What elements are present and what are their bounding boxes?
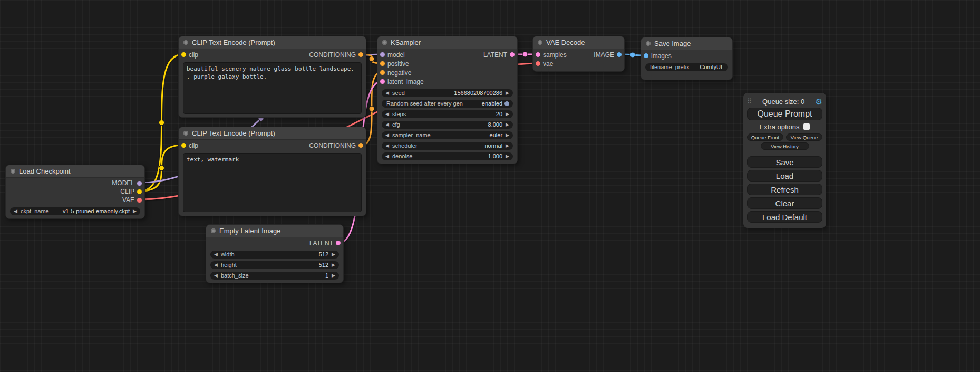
node-title: Save Image bbox=[654, 40, 691, 47]
widget-height[interactable]: ◀ height 512 ▶ bbox=[210, 261, 339, 269]
arrow-left-icon[interactable]: ◀ bbox=[214, 252, 218, 257]
output-port-conditioning[interactable] bbox=[358, 143, 363, 148]
view-history-button[interactable]: View History bbox=[761, 142, 809, 150]
arrow-left-icon[interactable]: ◀ bbox=[14, 209, 17, 214]
settings-gear-icon[interactable]: ⚙ bbox=[816, 98, 822, 106]
widget-scheduler[interactable]: ◀ scheduler normal ▶ bbox=[382, 142, 513, 150]
widget-batch-size[interactable]: ◀ batch_size 1 ▶ bbox=[210, 272, 339, 280]
node-header[interactable]: CLIP Text Encode (Prompt) bbox=[179, 36, 366, 49]
arrow-left-icon[interactable]: ◀ bbox=[385, 122, 389, 127]
node-clip-text-encode-positive[interactable]: CLIP Text Encode (Prompt) clip CONDITION… bbox=[178, 36, 366, 118]
widget-label: steps bbox=[392, 110, 406, 118]
arrow-left-icon[interactable]: ◀ bbox=[385, 144, 389, 148]
widget-label: height bbox=[221, 261, 237, 269]
arrow-left-icon[interactable]: ◀ bbox=[385, 154, 389, 159]
node-header[interactable]: Empty Latent Image bbox=[206, 225, 343, 237]
prompt-textarea[interactable]: text, watermark bbox=[183, 153, 362, 212]
arrow-right-icon[interactable]: ▶ bbox=[506, 133, 509, 138]
output-port-vae[interactable] bbox=[137, 198, 142, 203]
widget-value: v1-5-pruned-emaonly.ckpt bbox=[63, 207, 130, 215]
clear-button[interactable]: Clear bbox=[747, 197, 822, 209]
input-port-clip[interactable] bbox=[181, 52, 186, 57]
node-empty-latent-image[interactable]: Empty Latent Image LATENT ◀ width 512 ▶ … bbox=[206, 224, 344, 283]
arrow-right-icon[interactable]: ▶ bbox=[506, 144, 509, 148]
collapse-dot-icon[interactable] bbox=[183, 40, 188, 45]
node-header[interactable]: CLIP Text Encode (Prompt) bbox=[179, 127, 366, 140]
input-port-model[interactable] bbox=[380, 52, 385, 57]
extra-options-checkbox[interactable] bbox=[803, 123, 810, 130]
node-header[interactable]: KSampler bbox=[377, 36, 517, 49]
widget-value: 156680208700286 bbox=[454, 89, 502, 97]
arrow-right-icon[interactable]: ▶ bbox=[133, 209, 137, 214]
output-port-model[interactable] bbox=[137, 181, 142, 186]
widget-label: ckpt_name bbox=[21, 207, 49, 215]
widget-label: seed bbox=[392, 89, 405, 97]
collapse-dot-icon[interactable] bbox=[11, 169, 15, 174]
output-port-latent[interactable] bbox=[510, 52, 515, 57]
collapse-dot-icon[interactable] bbox=[538, 40, 542, 45]
output-port-conditioning[interactable] bbox=[358, 52, 363, 57]
input-port-samples[interactable] bbox=[536, 52, 540, 57]
widget-filename-prefix[interactable]: filename_prefix ComfyUI bbox=[645, 63, 728, 71]
collapse-dot-icon[interactable] bbox=[183, 131, 188, 136]
node-title: CLIP Text Encode (Prompt) bbox=[192, 129, 275, 137]
queue-buttons-row: Queue Front View Queue bbox=[747, 133, 822, 141]
input-port-images[interactable] bbox=[644, 53, 648, 58]
collapse-dot-icon[interactable] bbox=[211, 228, 216, 233]
widget-denoise[interactable]: ◀ denoise 1.000 ▶ bbox=[382, 152, 513, 160]
output-port-latent[interactable] bbox=[336, 241, 341, 245]
arrow-left-icon[interactable]: ◀ bbox=[385, 91, 389, 96]
arrow-right-icon[interactable]: ▶ bbox=[506, 154, 509, 159]
node-save-image[interactable]: Save Image images filename_prefix ComfyU… bbox=[641, 37, 733, 80]
input-port-clip[interactable] bbox=[181, 143, 186, 148]
node-vae-decode[interactable]: VAE Decode samples IMAGE vae bbox=[532, 36, 625, 72]
drag-handle-icon[interactable]: ⠿ bbox=[747, 98, 752, 105]
collapse-dot-icon[interactable] bbox=[382, 40, 387, 45]
arrow-left-icon[interactable]: ◀ bbox=[385, 133, 389, 138]
output-port-image[interactable] bbox=[617, 52, 622, 57]
arrow-right-icon[interactable]: ▶ bbox=[332, 252, 335, 257]
widget-seed[interactable]: ◀ seed 156680208700286 ▶ bbox=[382, 89, 513, 97]
load-default-button[interactable]: Load Default bbox=[747, 211, 822, 223]
queue-prompt-button[interactable]: Queue Prompt bbox=[747, 108, 822, 120]
load-button[interactable]: Load bbox=[747, 170, 822, 182]
widget-ckpt-name[interactable]: ◀ ckpt_name v1-5-pruned-emaonly.ckpt ▶ bbox=[10, 207, 140, 215]
input-port-latent-image[interactable] bbox=[380, 79, 385, 84]
input-port-negative[interactable] bbox=[380, 70, 385, 75]
save-button[interactable]: Save bbox=[747, 156, 822, 168]
collapse-dot-icon[interactable] bbox=[646, 41, 651, 46]
node-header[interactable]: Save Image bbox=[641, 37, 732, 50]
output-port-clip[interactable] bbox=[137, 189, 142, 194]
node-ksampler[interactable]: KSampler model LATENT positive bbox=[377, 36, 518, 164]
input-port-vae[interactable] bbox=[536, 61, 540, 66]
graph-canvas[interactable]: Load Checkpoint MODEL CLIP VAE bbox=[0, 0, 980, 372]
node-title: Empty Latent Image bbox=[219, 227, 280, 235]
node-title: CLIP Text Encode (Prompt) bbox=[192, 39, 275, 46]
refresh-button[interactable]: Refresh bbox=[747, 184, 822, 195]
output-label-conditioning: CONDITIONING bbox=[309, 142, 356, 149]
arrow-right-icon[interactable]: ▶ bbox=[332, 273, 335, 278]
node-load-checkpoint[interactable]: Load Checkpoint MODEL CLIP VAE bbox=[5, 165, 145, 219]
node-title: Load Checkpoint bbox=[19, 167, 71, 175]
input-port-positive[interactable] bbox=[380, 61, 385, 66]
arrow-right-icon[interactable]: ▶ bbox=[506, 91, 509, 96]
toggle-indicator-icon[interactable] bbox=[504, 101, 509, 106]
arrow-left-icon[interactable]: ◀ bbox=[214, 273, 218, 278]
arrow-right-icon[interactable]: ▶ bbox=[332, 263, 335, 268]
node-clip-text-encode-negative[interactable]: CLIP Text Encode (Prompt) clip CONDITION… bbox=[178, 127, 366, 216]
arrow-right-icon[interactable]: ▶ bbox=[506, 122, 509, 127]
node-header[interactable]: Load Checkpoint bbox=[6, 165, 144, 178]
arrow-left-icon[interactable]: ◀ bbox=[214, 263, 218, 268]
prompt-textarea[interactable]: beautiful scenery nature glass bottle la… bbox=[183, 62, 362, 114]
widget-width[interactable]: ◀ width 512 ▶ bbox=[210, 251, 339, 259]
widget-cfg[interactable]: ◀ cfg 8.000 ▶ bbox=[382, 121, 513, 129]
arrow-right-icon[interactable]: ▶ bbox=[506, 112, 509, 117]
arrow-left-icon[interactable]: ◀ bbox=[385, 112, 389, 117]
widget-sampler-name[interactable]: ◀ sampler_name euler ▶ bbox=[382, 131, 513, 139]
node-header[interactable]: VAE Decode bbox=[533, 36, 624, 49]
queue-front-button[interactable]: Queue Front bbox=[747, 133, 783, 141]
view-queue-button[interactable]: View Queue bbox=[786, 133, 822, 141]
widget-random-seed-toggle[interactable]: Random seed after every gen enabled bbox=[382, 100, 513, 108]
widget-steps[interactable]: ◀ steps 20 ▶ bbox=[382, 110, 513, 118]
output-label-image: IMAGE bbox=[594, 51, 614, 59]
